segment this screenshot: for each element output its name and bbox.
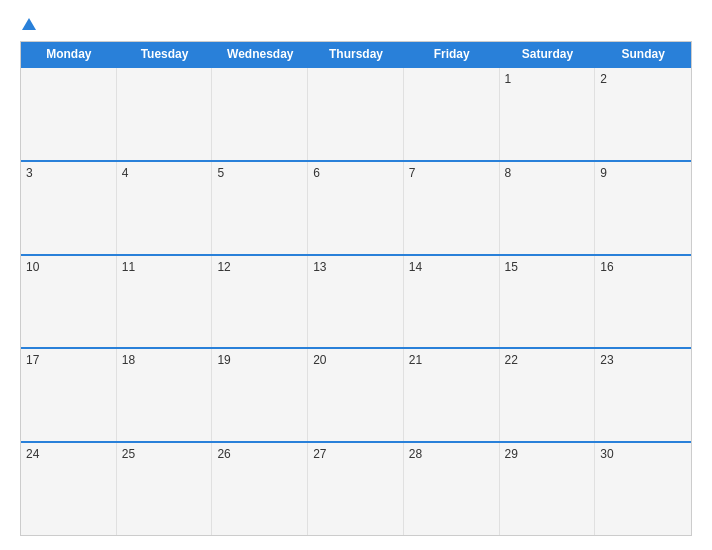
day-number: 27 (313, 447, 398, 461)
header-day-friday: Friday (404, 42, 500, 66)
calendar-cell (117, 68, 213, 160)
calendar-cell: 11 (117, 256, 213, 348)
day-number: 13 (313, 260, 398, 274)
day-number: 25 (122, 447, 207, 461)
calendar-week-5: 24252627282930 (21, 441, 691, 535)
header (20, 18, 692, 31)
calendar-week-2: 3456789 (21, 160, 691, 254)
calendar-cell: 10 (21, 256, 117, 348)
calendar-week-3: 10111213141516 (21, 254, 691, 348)
day-number: 14 (409, 260, 494, 274)
calendar-body: 1234567891011121314151617181920212223242… (21, 66, 691, 535)
day-number: 16 (600, 260, 686, 274)
calendar-cell: 15 (500, 256, 596, 348)
calendar-cell: 30 (595, 443, 691, 535)
calendar-cell: 29 (500, 443, 596, 535)
day-number: 26 (217, 447, 302, 461)
day-number: 10 (26, 260, 111, 274)
calendar-cell: 23 (595, 349, 691, 441)
calendar-week-4: 17181920212223 (21, 347, 691, 441)
header-day-tuesday: Tuesday (117, 42, 213, 66)
calendar-cell: 3 (21, 162, 117, 254)
day-number: 19 (217, 353, 302, 367)
day-number: 11 (122, 260, 207, 274)
header-day-wednesday: Wednesday (212, 42, 308, 66)
calendar-cell: 5 (212, 162, 308, 254)
calendar-cell: 17 (21, 349, 117, 441)
calendar-cell (404, 68, 500, 160)
day-number: 21 (409, 353, 494, 367)
calendar-cell: 25 (117, 443, 213, 535)
day-number: 3 (26, 166, 111, 180)
calendar-cell: 26 (212, 443, 308, 535)
calendar-cell: 16 (595, 256, 691, 348)
calendar: MondayTuesdayWednesdayThursdayFridaySatu… (20, 41, 692, 536)
calendar-cell: 4 (117, 162, 213, 254)
day-number: 15 (505, 260, 590, 274)
page: MondayTuesdayWednesdayThursdayFridaySatu… (0, 0, 712, 550)
calendar-cell: 7 (404, 162, 500, 254)
calendar-cell: 13 (308, 256, 404, 348)
day-number: 29 (505, 447, 590, 461)
day-number: 4 (122, 166, 207, 180)
logo-triangle-icon (22, 18, 36, 30)
header-day-sunday: Sunday (595, 42, 691, 66)
day-number: 18 (122, 353, 207, 367)
calendar-cell: 18 (117, 349, 213, 441)
calendar-header: MondayTuesdayWednesdayThursdayFridaySatu… (21, 42, 691, 66)
calendar-cell: 28 (404, 443, 500, 535)
calendar-cell: 24 (21, 443, 117, 535)
calendar-cell: 21 (404, 349, 500, 441)
calendar-cell: 6 (308, 162, 404, 254)
day-number: 8 (505, 166, 590, 180)
header-day-monday: Monday (21, 42, 117, 66)
calendar-cell: 1 (500, 68, 596, 160)
calendar-cell: 22 (500, 349, 596, 441)
logo (20, 18, 36, 31)
calendar-cell: 2 (595, 68, 691, 160)
day-number: 6 (313, 166, 398, 180)
calendar-cell (308, 68, 404, 160)
day-number: 1 (505, 72, 590, 86)
day-number: 24 (26, 447, 111, 461)
day-number: 7 (409, 166, 494, 180)
calendar-cell: 8 (500, 162, 596, 254)
calendar-cell: 27 (308, 443, 404, 535)
calendar-cell (212, 68, 308, 160)
day-number: 5 (217, 166, 302, 180)
day-number: 9 (600, 166, 686, 180)
calendar-cell: 9 (595, 162, 691, 254)
day-number: 28 (409, 447, 494, 461)
day-number: 30 (600, 447, 686, 461)
calendar-week-1: 12 (21, 66, 691, 160)
day-number: 22 (505, 353, 590, 367)
calendar-cell: 12 (212, 256, 308, 348)
header-day-thursday: Thursday (308, 42, 404, 66)
header-day-saturday: Saturday (500, 42, 596, 66)
day-number: 20 (313, 353, 398, 367)
calendar-cell: 14 (404, 256, 500, 348)
day-number: 17 (26, 353, 111, 367)
day-number: 12 (217, 260, 302, 274)
calendar-cell: 20 (308, 349, 404, 441)
day-number: 23 (600, 353, 686, 367)
day-number: 2 (600, 72, 686, 86)
logo-blue-text (20, 18, 36, 31)
calendar-cell: 19 (212, 349, 308, 441)
calendar-cell (21, 68, 117, 160)
